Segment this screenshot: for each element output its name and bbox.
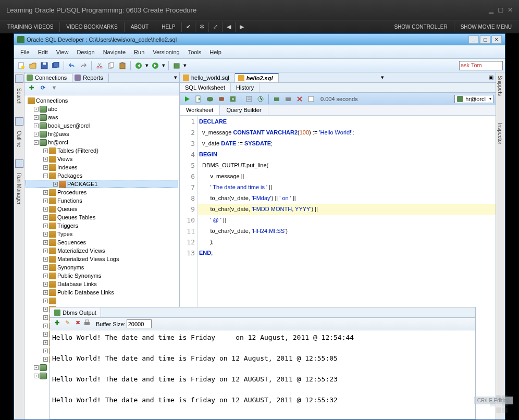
inner-close-button[interactable]: ✕ bbox=[491, 35, 502, 44]
open-icon[interactable] bbox=[28, 60, 38, 71]
connections-tab[interactable]: Connections bbox=[24, 73, 72, 82]
expand-icon[interactable]: + bbox=[43, 199, 48, 203]
gear-icon[interactable]: ✲ bbox=[196, 22, 207, 31]
tree-folder-more1[interactable]: + bbox=[26, 297, 178, 305]
tree-folder-procedures[interactable]: +Procedures bbox=[26, 188, 178, 196]
prev-icon[interactable]: ◀ bbox=[224, 22, 234, 31]
file-tab-hello2[interactable]: hello2.sql bbox=[235, 73, 279, 82]
next-icon[interactable]: ▶ bbox=[237, 22, 247, 31]
commit-icon[interactable] bbox=[205, 94, 215, 104]
tree-folder-queuestables[interactable]: +Queues Tables bbox=[26, 213, 178, 221]
expand-icon[interactable]: + bbox=[34, 107, 39, 112]
tree-folder-packages[interactable]: −Packages bbox=[26, 171, 178, 180]
saveall-icon[interactable] bbox=[51, 60, 61, 71]
outer-menu-bookmarks[interactable]: VIDEO BOOKMARKS bbox=[61, 22, 122, 32]
forward-dropdown-icon[interactable]: ▾ bbox=[162, 60, 166, 71]
tree-db-aws[interactable]: +aws bbox=[26, 113, 178, 121]
expand-icon[interactable]: − bbox=[43, 174, 48, 178]
expand-icon[interactable]: + bbox=[43, 190, 48, 195]
tree-folder-views[interactable]: +Views bbox=[26, 155, 178, 163]
tree-folder-functions[interactable]: +Functions bbox=[26, 196, 178, 205]
tree-package1[interactable]: +PACKAGE1 bbox=[26, 180, 178, 188]
expand-icon[interactable]: + bbox=[43, 265, 48, 270]
menu-versioning[interactable]: Versioning bbox=[149, 47, 183, 57]
tree-db-hrorcl[interactable]: −hr@orcl bbox=[26, 138, 178, 146]
clear-output-icon[interactable]: ✖ bbox=[73, 319, 82, 329]
expand-icon[interactable]: + bbox=[43, 157, 48, 162]
expand-icon[interactable]: + bbox=[43, 257, 48, 262]
file-tabs-max-icon[interactable]: ▣ bbox=[486, 74, 496, 81]
print-output-icon[interactable] bbox=[83, 319, 93, 329]
reports-tab[interactable]: Reports bbox=[72, 73, 109, 82]
tree-folder-indexes[interactable]: +Indexes bbox=[26, 163, 178, 171]
expand-icon[interactable]: + bbox=[34, 374, 39, 378]
tree-folder-types[interactable]: +Types bbox=[26, 230, 178, 238]
querybuilder-tab[interactable]: Query Builder bbox=[220, 105, 268, 115]
rail-outline-icon[interactable] bbox=[15, 117, 23, 126]
sql-icon[interactable] bbox=[171, 60, 182, 71]
expand-icon[interactable]: + bbox=[43, 307, 48, 312]
expand-icon[interactable]: + bbox=[43, 274, 48, 278]
snippets-tab[interactable]: Snippets bbox=[496, 72, 504, 99]
back-icon[interactable] bbox=[133, 60, 144, 71]
filter-icon[interactable]: ▼ bbox=[50, 84, 59, 94]
show-movie-menu-button[interactable]: SHOW MOVIE MENU bbox=[455, 22, 517, 32]
expand-icon[interactable]: + bbox=[43, 324, 48, 328]
output-text[interactable]: Hello World! The date and time is Friday… bbox=[50, 330, 475, 419]
expand-icon[interactable]: + bbox=[43, 357, 48, 362]
tree-folder-pubdblinks[interactable]: +Public Database Links bbox=[26, 288, 178, 297]
edit-output-icon[interactable]: ✎ bbox=[63, 319, 72, 329]
tree-folder-tables[interactable]: +Tables (Filtered) bbox=[26, 146, 178, 155]
expand-icon[interactable]: + bbox=[43, 149, 48, 153]
expand-icon[interactable]: − bbox=[34, 140, 39, 145]
sql-tuning-icon[interactable] bbox=[271, 94, 282, 104]
menu-file[interactable]: File bbox=[16, 47, 34, 57]
buffer-size-input[interactable] bbox=[127, 319, 152, 328]
subtab-sqlworksheet[interactable]: SQL Worksheet bbox=[180, 83, 231, 92]
expand-icon[interactable]: + bbox=[43, 282, 48, 287]
expand-icon[interactable]: + bbox=[43, 332, 48, 337]
run-script-icon[interactable] bbox=[193, 94, 204, 104]
menu-tools[interactable]: Tools bbox=[184, 47, 206, 57]
expand-icon[interactable]: + bbox=[43, 215, 48, 220]
outer-close-button[interactable]: ✕ bbox=[508, 6, 513, 14]
tree-folder-queues[interactable]: +Queues bbox=[26, 205, 178, 213]
paste-icon[interactable] bbox=[117, 60, 128, 71]
back-dropdown-icon[interactable]: ▾ bbox=[145, 60, 149, 71]
expand-icon[interactable]: + bbox=[43, 207, 48, 212]
expand-icon[interactable]: + bbox=[43, 232, 48, 237]
expand-icon[interactable]: + bbox=[43, 299, 48, 303]
expand-icon[interactable]: + bbox=[34, 123, 39, 128]
autotrace-icon[interactable] bbox=[255, 94, 266, 104]
menu-design[interactable]: Design bbox=[72, 47, 98, 57]
inner-title-bar[interactable]: Oracle SQL Developer : C:\Users\lewis\or… bbox=[14, 34, 505, 45]
menu-edit[interactable]: Edit bbox=[34, 47, 52, 57]
outer-menu-about[interactable]: ABOUT bbox=[126, 22, 154, 32]
expand-icon[interactable]: + bbox=[43, 224, 48, 228]
expand-icon[interactable]: + bbox=[34, 132, 39, 137]
save-icon[interactable] bbox=[39, 60, 50, 71]
rail-outline-tab[interactable]: Outline bbox=[15, 129, 23, 150]
new-connection-icon[interactable]: ✚ bbox=[27, 84, 36, 94]
tree-root[interactable]: Connections bbox=[26, 96, 178, 105]
worksheet-tab[interactable]: Worksheet bbox=[180, 105, 220, 115]
connection-selector[interactable]: hr@orcl bbox=[454, 95, 493, 103]
tree-folder-synonyms[interactable]: +Synonyms bbox=[26, 263, 178, 271]
forward-icon[interactable] bbox=[150, 60, 160, 71]
enable-output-icon[interactable]: ✚ bbox=[52, 319, 61, 329]
tree-folder-sequences[interactable]: +Sequences bbox=[26, 238, 178, 246]
tree-db-hraws[interactable]: +hr@aws bbox=[26, 130, 178, 138]
tree-folder-triggers[interactable]: +Triggers bbox=[26, 221, 178, 230]
cut-icon[interactable] bbox=[94, 60, 105, 71]
file-tab-helloworld[interactable]: hello_world.sql bbox=[180, 73, 235, 82]
menu-navigate[interactable]: Navigate bbox=[99, 47, 130, 57]
expand-icon[interactable]: + bbox=[43, 240, 48, 245]
tree-folder-pubsynonyms[interactable]: +Public Synonyms bbox=[26, 271, 178, 280]
ask-tom-box[interactable]: ask Tom bbox=[459, 61, 503, 70]
tree-db-bookuser[interactable]: +book_user@orcl bbox=[26, 121, 178, 130]
file-tabs-dropdown-icon[interactable]: ▾ bbox=[379, 74, 386, 81]
tree-folder-matviews[interactable]: +Materialized Views bbox=[26, 246, 178, 255]
expand-icon[interactable]: + bbox=[43, 340, 48, 345]
redo-icon[interactable] bbox=[78, 60, 89, 71]
rollback-icon[interactable] bbox=[216, 94, 227, 104]
